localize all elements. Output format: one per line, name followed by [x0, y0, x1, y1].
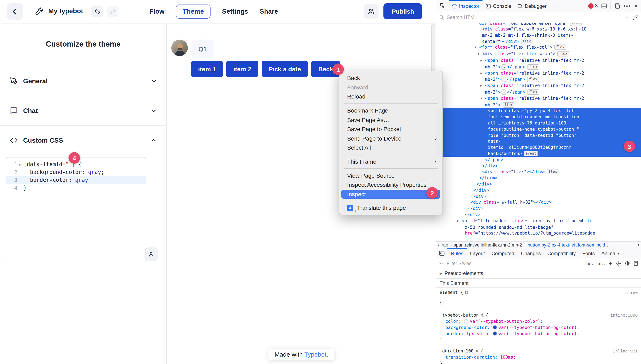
meatball-menu-icon[interactable]: ••• — [624, 3, 630, 9]
collapse-arrow-icon[interactable]: ▼ — [475, 45, 479, 51]
collapse-arrow-icon[interactable]: ▼ — [478, 51, 482, 57]
markup-line[interactable]: </span> — [436, 156, 641, 163]
markup-line[interactable]: <button class="py-2 px-4 text-left — [436, 108, 641, 114]
breadcrumb-item[interactable]: rap — [442, 242, 448, 247]
print-simulation-icon[interactable] — [633, 261, 638, 266]
tab-flow[interactable]: Flow — [149, 8, 164, 15]
ellipsis-badge[interactable]: … — [502, 64, 506, 70]
markup-line[interactable]: ▼<span class="relative inline-flex mr-2 — [436, 95, 641, 102]
color-swatch[interactable] — [493, 325, 497, 329]
markup-line[interactable]: Back</button>event — [436, 150, 641, 157]
made-with-badge[interactable]: Made with Typebot. — [268, 349, 334, 360]
menu-item-bookmark-page[interactable]: Bookmark Page — [341, 106, 441, 115]
markup-line[interactable]: center"></div>flex — [436, 38, 641, 44]
sidebar-section-custom-css[interactable]: Custom CSS — [0, 125, 166, 155]
declaration-background-color[interactable]: background-color: var(--typebot-button-b… — [436, 324, 641, 330]
gear-icon[interactable] — [463, 290, 470, 295]
markup-line[interactable]: <div class="flex"></div>flex — [436, 169, 641, 175]
custom-css-editor[interactable]: 1▼[data-itemid=""] {2 background-color: … — [6, 157, 146, 262]
markup-line[interactable]: div class="flex bubble enter done"flex — [436, 23, 641, 26]
gear-icon[interactable] — [479, 312, 486, 318]
typebot-link[interactable]: Typebot — [304, 351, 326, 358]
markup-line[interactable]: </div> — [436, 187, 641, 193]
markup-line[interactable]: <div class="flex w-6 xs:w-10 h-6 xs:h-10 — [436, 26, 641, 32]
pseudo-elements-section[interactable]: ▶ Pseudo-elements — [436, 268, 641, 279]
rules-tab-changes[interactable]: Changes — [518, 248, 544, 258]
markup-line[interactable]: </div> — [436, 163, 641, 169]
css-editor-line[interactable]: 4} — [6, 184, 146, 192]
rule-selector-line[interactable]: element {inline — [436, 290, 641, 296]
add-rule-icon[interactable]: + — [609, 260, 612, 267]
menu-item-view-page-source[interactable]: View Page Source — [341, 171, 441, 180]
markup-line[interactable]: data- — [436, 138, 641, 144]
markup-line[interactable]: all …rightness-75 duration-100 — [436, 120, 641, 126]
color-swatch[interactable] — [493, 332, 497, 336]
rules-tab-compatibility[interactable]: Compatibility — [544, 248, 579, 258]
devtools-tab-console[interactable]: Console — [483, 0, 515, 12]
markup-line[interactable]: itemid="cl3iunm4p000f2e6gfr8cznr — [436, 144, 641, 150]
markup-line[interactable]: mr-2 mb-2 mt-1 flex-shrink-0 items- — [436, 32, 641, 38]
preview-avatar-button[interactable] — [144, 247, 158, 261]
menu-item-translate-this-page[interactable]: AaTranslate this page — [341, 203, 441, 212]
rules-tab-computed[interactable]: Computed — [488, 248, 518, 258]
markup-line[interactable]: <div class="w-full h-32"></div> — [436, 199, 641, 206]
menu-item-reload[interactable]: Reload — [341, 92, 441, 101]
markup-line[interactable]: role="button" data-testid="button" — [436, 132, 641, 138]
expand-arrow-icon[interactable]: ▶ — [481, 58, 485, 64]
hover-toggle[interactable]: :hov — [585, 261, 594, 266]
menu-item-inspect[interactable]: Inspect — [341, 190, 441, 199]
breadcrumb-item[interactable]: span.relative.inline-flex.mr-2.mb-2 — [454, 242, 522, 247]
back-button[interactable] — [7, 3, 23, 20]
eyedropper-icon[interactable] — [632, 15, 641, 20]
markup-line[interactable]: </form> — [436, 175, 641, 181]
ellipsis-badge[interactable]: … — [502, 77, 506, 82]
publish-button[interactable]: Publish — [383, 3, 422, 19]
sidebar-section-general[interactable]: General — [0, 66, 166, 96]
markup-line[interactable]: ▶<a id="lite-badge" class="fixed py-1 px… — [436, 218, 641, 224]
devtools-tab-debugger[interactable]: Debugger — [515, 0, 550, 12]
rule-source-link[interactable]: inline:1090 — [610, 312, 638, 318]
filter-styles-input[interactable] — [446, 260, 585, 266]
class-toggle[interactable]: .cls — [598, 261, 605, 266]
menu-item-inspect-accessibility-properties[interactable]: Inspect Accessibility Properties — [341, 180, 441, 190]
rule-selector-line[interactable]: .duration-100{inline:921 — [436, 348, 641, 354]
rules-tab-rules[interactable]: Rules — [448, 248, 467, 258]
more-tabs-icon[interactable]: » — [550, 3, 559, 9]
redo-button[interactable] — [107, 6, 118, 17]
breadcrumb-item[interactable]: button.py-2.px-4.text-left.font-semibold… — [528, 242, 610, 247]
color-scheme-icon[interactable] — [625, 261, 630, 266]
declaration-transition-duration[interactable]: transition-duration: 100ms; — [436, 354, 641, 360]
menu-item-select-all[interactable]: Select All — [341, 143, 441, 152]
markup-line[interactable]: href="https://www.typebot.io/?utm_source… — [436, 230, 641, 236]
tab-share[interactable]: Share — [260, 8, 278, 15]
rule-source-link[interactable]: inline — [623, 290, 638, 296]
devtools-tab-inspector[interactable]: Inspector — [449, 0, 483, 12]
search-html-input[interactable] — [447, 14, 620, 20]
menu-item-save-page-to-pocket[interactable]: Save Page to Pocket — [341, 124, 441, 134]
markup-line[interactable]: </div> — [436, 181, 641, 187]
pick-element-button[interactable] — [436, 0, 449, 12]
menu-item-back[interactable]: Back — [341, 74, 441, 83]
undo-button[interactable] — [91, 6, 103, 17]
rules-tab-layout[interactable]: Layout — [467, 248, 488, 258]
css-editor-line[interactable]: 2 background-color: gray; — [6, 168, 146, 176]
color-swatch[interactable] — [464, 319, 468, 323]
markup-line[interactable]: ▼<form class="flex flex-col">flex — [436, 44, 641, 51]
tab-theme[interactable]: Theme — [176, 4, 210, 18]
rules-tab-anima[interactable]: Anima▼ — [598, 248, 623, 258]
css-editor-line[interactable]: 3 border-color: gray — [6, 176, 146, 184]
markup-line[interactable]: z-50 rounded shadow-md lite-badge" — [436, 224, 641, 230]
light-theme-icon[interactable] — [616, 261, 621, 266]
choice-button-pick-a-date[interactable]: Pick a date — [262, 60, 308, 77]
collapse-arrow-icon[interactable]: ▼ — [481, 96, 485, 102]
markup-line[interactable]: ▼<div class="flex flex-wrap">flex — [436, 51, 641, 57]
markup-line[interactable]: mb-2">…</span>flex — [436, 76, 641, 83]
close-devtools-icon[interactable]: × — [634, 2, 638, 9]
markup-line[interactable]: </div> — [436, 205, 641, 212]
declaration-color[interactable]: color: var(--typebot-button-color); — [436, 318, 641, 324]
sidebar-toggle-icon[interactable] — [436, 250, 448, 256]
tab-settings[interactable]: Settings — [222, 8, 248, 15]
typebot-title[interactable]: My typebot — [48, 8, 83, 15]
markup-line[interactable]: font-semibold rounded-md transition- — [436, 114, 641, 120]
markup-line[interactable]: mb-2">…</span>flex — [436, 64, 641, 70]
